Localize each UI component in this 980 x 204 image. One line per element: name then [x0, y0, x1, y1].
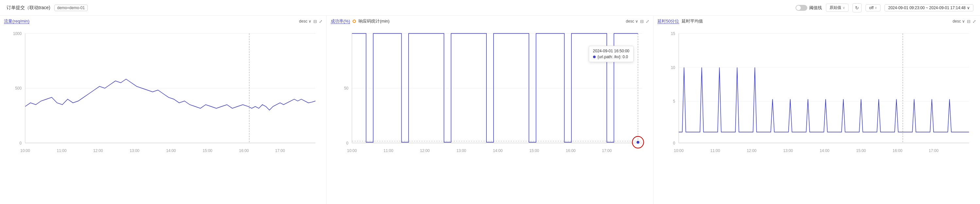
expand-icon[interactable]: ⤢ — [972, 19, 976, 24]
svg-text:13:00: 13:00 — [129, 149, 139, 153]
original-value-label: 原始值 — [829, 5, 841, 11]
svg-text:5: 5 — [673, 99, 675, 104]
svg-text:16:00: 16:00 — [892, 149, 902, 153]
time-range-label: 2024-09-01 09:23:00 ~ 2024-09-01 17:14:4… — [888, 6, 966, 10]
svg-text:13:00: 13:00 — [456, 149, 466, 153]
svg-text:11:00: 11:00 — [711, 149, 720, 153]
top-bar: 订单提交（联动trace) demo=demo-01 阈值线 原始值 ∨ ↻ o… — [0, 0, 980, 16]
chart-success-header: 成功率(%) 响应码统计(min) desc ∨ ⊟ ⤢ — [331, 18, 649, 24]
svg-text:500: 500 — [15, 86, 22, 90]
page-container: 订单提交（联动trace) demo=demo-01 阈值线 原始值 ∨ ↻ o… — [0, 0, 980, 204]
svg-point-35 — [636, 141, 640, 144]
chart-flow-panel: 流量(req/min) desc ∨ ⊟ ⤢ — [0, 16, 327, 204]
chart-flow-title: 流量(req/min) — [4, 18, 29, 24]
top-bar-right: 阈值线 原始值 ∨ ↻ off ∨ 2024-09-01 09:23:00 ~ … — [795, 3, 974, 13]
svg-text:14:00: 14:00 — [820, 149, 829, 153]
chart-success-actions: desc ∨ ⊟ ⤢ — [626, 19, 649, 24]
top-bar-left: 订单提交（联动trace) demo=demo-01 — [6, 5, 88, 11]
threshold-row: 阈值线 — [795, 5, 822, 11]
svg-text:13:00: 13:00 — [783, 149, 793, 153]
svg-text:14:00: 14:00 — [166, 149, 176, 153]
chart-latency-actions: desc ∨ ⊟ ⤢ — [953, 19, 976, 24]
charts-row: 流量(req/min) desc ∨ ⊟ ⤢ — [0, 16, 980, 204]
threshold-label: 阈值线 — [809, 5, 822, 11]
svg-text:10: 10 — [671, 65, 676, 70]
svg-text:17:00: 17:00 — [929, 149, 939, 153]
svg-text:17:00: 17:00 — [602, 149, 612, 153]
chevron-down-icon: ∨ — [843, 6, 845, 9]
svg-text:0: 0 — [19, 141, 22, 145]
svg-text:0: 0 — [346, 141, 348, 145]
svg-text:11:00: 11:00 — [57, 149, 67, 153]
chart-flow-actions: desc ∨ ⊟ ⤢ — [299, 19, 323, 24]
chart-latency-desc[interactable]: desc ∨ — [953, 19, 965, 24]
chart-flow-body: 0 500 1000 10:00 11:00 12:00 13:00 14:00… — [4, 26, 323, 201]
svg-text:17:00: 17:00 — [275, 149, 285, 153]
off-dropdown[interactable]: off ∨ — [865, 4, 881, 11]
expand-icon[interactable]: ⤢ — [646, 19, 649, 24]
svg-text:14:00: 14:00 — [493, 149, 503, 153]
original-value-dropdown[interactable]: 原始值 ∨ — [826, 3, 848, 12]
time-range-selector[interactable]: 2024-09-01 09:23:00 ~ 2024-09-01 17:14:4… — [885, 4, 974, 11]
chart-success-desc[interactable]: desc ∨ — [626, 19, 638, 24]
chart-success-panel: 成功率(%) 响应码统计(min) desc ∨ ⊟ ⤢ 2024-09-01 … — [327, 16, 654, 204]
svg-text:10:00: 10:00 — [20, 149, 30, 153]
svg-text:10:00: 10:00 — [674, 149, 684, 153]
chart-success-body: 2024-09-01 16:50:00 {url.path: /kv}: 0.0 — [331, 26, 649, 201]
svg-text:15:00: 15:00 — [529, 149, 539, 153]
svg-text:15:00: 15:00 — [856, 149, 866, 153]
chart-latency-body: 0 5 10 15 10:00 11:00 12:00 13:00 14:00 … — [657, 26, 976, 201]
refresh-button[interactable]: ↻ — [853, 3, 862, 13]
svg-text:12:00: 12:00 — [93, 149, 103, 153]
chart-flow-desc[interactable]: desc ∨ — [299, 19, 312, 24]
chart-flow-header: 流量(req/min) desc ∨ ⊟ ⤢ — [4, 18, 323, 24]
svg-text:10:00: 10:00 — [347, 149, 357, 153]
expand-icon[interactable]: ⤢ — [319, 19, 323, 24]
svg-text:12:00: 12:00 — [420, 149, 430, 153]
chart-latency-avg-title: 延时平均值 — [682, 18, 703, 24]
svg-text:11:00: 11:00 — [384, 149, 393, 153]
chart-response-title: 响应码统计(min) — [358, 18, 390, 24]
chart-latency-title: 延时50分位 — [657, 18, 679, 24]
chart-flow-title-group: 流量(req/min) — [4, 18, 29, 24]
filter-icon[interactable]: ⊟ — [967, 19, 970, 24]
svg-text:1000: 1000 — [13, 32, 22, 36]
threshold-toggle[interactable] — [795, 5, 807, 11]
chart-success-title: 成功率(%) — [331, 18, 350, 24]
chart-success-title-group: 成功率(%) 响应码统计(min) — [331, 18, 390, 24]
chart-latency-title-group: 延时50分位 延时平均值 — [657, 18, 703, 24]
chevron-down-icon: ∨ — [875, 6, 877, 9]
svg-text:15:00: 15:00 — [202, 149, 212, 153]
filter-icon[interactable]: ⊟ — [640, 19, 644, 24]
svg-text:12:00: 12:00 — [747, 149, 757, 153]
svg-text:16:00: 16:00 — [239, 149, 249, 153]
chevron-down-icon: ∨ — [967, 6, 970, 10]
svg-text:16:00: 16:00 — [566, 149, 576, 153]
chart-success-svg: 0 50 10:00 11:00 12:00 13:00 14:00 15:00… — [331, 26, 649, 201]
filter-icon[interactable]: ⊟ — [313, 19, 317, 24]
refresh-icon: ↻ — [855, 5, 859, 11]
svg-text:0: 0 — [673, 141, 675, 145]
svg-text:50: 50 — [344, 86, 349, 90]
success-rate-dot — [353, 20, 356, 23]
chart-flow-svg: 0 500 1000 10:00 11:00 12:00 13:00 14:00… — [4, 26, 323, 201]
chart-latency-header: 延时50分位 延时平均值 desc ∨ ⊟ ⤢ — [657, 18, 976, 24]
chart-latency-svg: 0 5 10 15 10:00 11:00 12:00 13:00 14:00 … — [657, 26, 976, 201]
tag-badge: demo=demo-01 — [54, 5, 88, 11]
svg-text:15: 15 — [671, 32, 676, 36]
page-title: 订单提交（联动trace) — [6, 5, 50, 11]
off-label: off — [869, 6, 873, 10]
chart-latency-panel: 延时50分位 延时平均值 desc ∨ ⊟ ⤢ — [654, 16, 980, 204]
